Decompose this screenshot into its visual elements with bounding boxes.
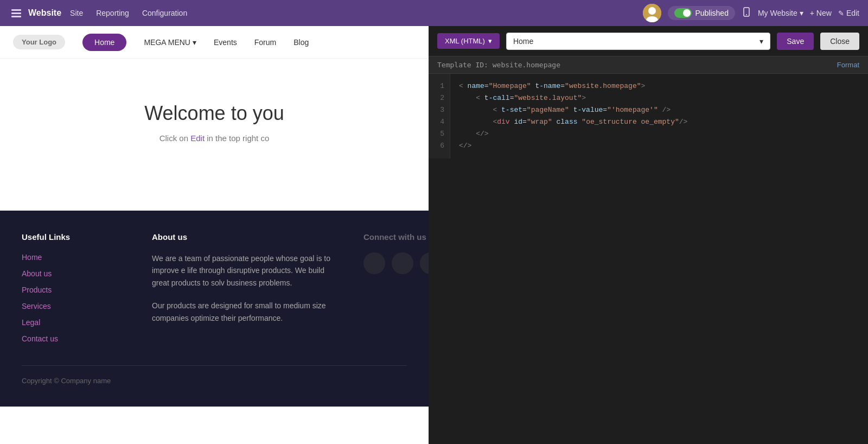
nav-links: Site Reporting Configuration bbox=[70, 9, 639, 17]
template-select[interactable]: Home ▾ bbox=[506, 33, 770, 50]
footer-links-list: Home About us Products Services Legal Co… bbox=[22, 252, 130, 344]
published-label: Published bbox=[695, 9, 729, 17]
footer-link-services[interactable]: Services bbox=[22, 302, 51, 310]
website-nav: Your Logo Home MEGA MENU ▾ Events Forum … bbox=[0, 26, 429, 59]
chevron-down-icon: ▾ bbox=[800, 9, 803, 17]
footer-connect: Connect with us bbox=[363, 232, 429, 344]
close-button[interactable]: Close bbox=[820, 33, 859, 50]
template-id-text: Template ID: website.homepage bbox=[437, 61, 560, 69]
website-footer: Useful Links Home About us Products Serv… bbox=[0, 211, 429, 407]
footer-link-home[interactable]: Home bbox=[22, 253, 42, 262]
twitter-icon[interactable] bbox=[363, 252, 385, 274]
code-lines: 1 2 3 4 5 6 < name="Homepage" t-name="we… bbox=[429, 74, 868, 158]
useful-links-title: Useful Links bbox=[22, 232, 130, 242]
published-badge[interactable]: Published bbox=[668, 6, 735, 20]
website-nav-megamenu[interactable]: MEGA MENU ▾ bbox=[144, 38, 196, 47]
edit-button[interactable]: ✎ Edit bbox=[838, 9, 859, 17]
my-website-button[interactable]: My Website ▾ bbox=[758, 9, 803, 17]
published-toggle[interactable] bbox=[674, 8, 692, 18]
pencil-icon: ✎ bbox=[838, 9, 844, 17]
facebook-icon[interactable] bbox=[392, 252, 413, 274]
code-content[interactable]: < name="Homepage" t-name="website.homepa… bbox=[450, 74, 696, 158]
chevron-down-icon: ▾ bbox=[760, 37, 763, 46]
template-id-bar: Template ID: website.homepage Format bbox=[429, 56, 868, 74]
website-logo[interactable]: Your Logo bbox=[13, 35, 65, 49]
footer-useful-links: Useful Links Home About us Products Serv… bbox=[22, 232, 130, 344]
website-preview: Your Logo Home MEGA MENU ▾ Events Forum … bbox=[0, 26, 429, 444]
top-nav-right: Published My Website ▾ + New ✎ Edit bbox=[643, 4, 859, 22]
nav-link-site[interactable]: Site bbox=[70, 9, 83, 17]
apps-icon[interactable] bbox=[9, 5, 24, 21]
format-link[interactable]: Format bbox=[837, 61, 859, 69]
code-panel-toolbar: XML (HTML) ▾ Home ▾ Save Close bbox=[429, 26, 868, 56]
svg-point-1 bbox=[648, 7, 656, 15]
code-editor[interactable]: 1 2 3 4 5 6 < name="Homepage" t-name="we… bbox=[429, 74, 868, 444]
about-text-1: We are a team of passionate people whose… bbox=[152, 252, 342, 289]
new-button[interactable]: + New bbox=[810, 9, 832, 17]
website-nav-forum[interactable]: Forum bbox=[254, 38, 276, 47]
svg-point-4 bbox=[746, 14, 747, 15]
website-nav-events[interactable]: Events bbox=[214, 38, 237, 47]
footer-grid: Useful Links Home About us Products Serv… bbox=[22, 232, 407, 344]
brand-label: Website bbox=[28, 8, 61, 18]
chevron-down-icon: ▾ bbox=[193, 38, 196, 47]
avatar[interactable] bbox=[643, 4, 661, 22]
hero-title: Welcome to you bbox=[22, 102, 407, 125]
connect-title: Connect with us bbox=[363, 232, 429, 242]
about-title: About us bbox=[152, 232, 342, 242]
chevron-down-icon: ▾ bbox=[488, 37, 492, 45]
code-editor-panel: XML (HTML) ▾ Home ▾ Save Close Template … bbox=[429, 26, 868, 444]
footer-about: About us We are a team of passionate peo… bbox=[152, 232, 342, 344]
social-icons bbox=[363, 252, 429, 274]
footer-link-about[interactable]: About us bbox=[22, 269, 52, 278]
footer-link-legal[interactable]: Legal bbox=[22, 318, 40, 327]
linkedin-icon[interactable] bbox=[420, 252, 429, 274]
xml-html-button[interactable]: XML (HTML) ▾ bbox=[437, 33, 500, 49]
footer-link-contact[interactable]: Contact us bbox=[22, 334, 58, 343]
website-nav-home[interactable]: Home bbox=[82, 34, 126, 51]
footer-copyright: Copyright © Company name bbox=[22, 365, 407, 385]
nav-link-reporting[interactable]: Reporting bbox=[96, 9, 129, 17]
hero-section: Welcome to you Click on Edit in the top … bbox=[0, 59, 429, 211]
about-text-2: Our products are designed for small to m… bbox=[152, 300, 342, 324]
footer-link-products[interactable]: Products bbox=[22, 286, 52, 294]
nav-link-configuration[interactable]: Configuration bbox=[142, 9, 187, 17]
hero-subtitle: Click on Edit in the top right co bbox=[22, 134, 407, 143]
save-button[interactable]: Save bbox=[777, 33, 814, 50]
mobile-preview-icon[interactable] bbox=[742, 7, 751, 20]
website-nav-blog[interactable]: Blog bbox=[293, 38, 309, 47]
top-nav-bar: Website Site Reporting Configuration Pub… bbox=[0, 0, 868, 26]
line-numbers: 1 2 3 4 5 6 bbox=[429, 74, 450, 158]
